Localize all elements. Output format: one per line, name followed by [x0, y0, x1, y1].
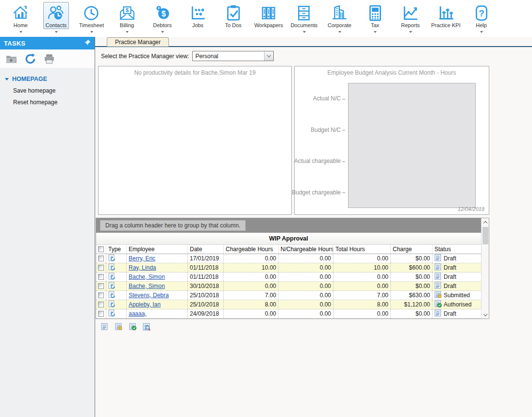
chart-plot-area [348, 83, 476, 208]
row-checkbox[interactable] [98, 292, 104, 298]
date-cell: 25/10/2018 [187, 291, 223, 300]
checkbox-cell [96, 282, 106, 291]
scrollbar-thumb[interactable] [482, 227, 488, 244]
wip-type-icon [108, 263, 116, 272]
row-checkbox[interactable] [98, 283, 104, 289]
toolbar-item-label: Corporate [328, 22, 351, 28]
chevron-down-icon[interactable] [409, 31, 412, 33]
table-row[interactable]: Bache, Simon01/11/20180.000.000.00$0.00D… [96, 273, 481, 282]
column-header-status[interactable]: Status [432, 245, 481, 254]
toolbar-item-tax[interactable]: Tax [357, 0, 393, 33]
column-header-charge[interactable]: Charge [390, 245, 432, 254]
wip-type-icon [108, 273, 116, 281]
status-cell: Authorised [432, 300, 481, 309]
table-row[interactable]: Appleby, Ian25/10/20188.000.008.00$1,120… [96, 300, 481, 309]
chevron-down-icon [483, 312, 487, 316]
chevron-down-icon[interactable] [55, 31, 58, 33]
authorised-icon [434, 300, 442, 309]
column-header-n-chargeable-hours[interactable]: N/Chargeable Hours [278, 245, 333, 254]
toolbar-item-contacts[interactable]: Contacts [38, 0, 74, 33]
chevron-down-icon[interactable] [19, 31, 22, 33]
toolbar-item-home[interactable]: Home [3, 0, 38, 33]
status-label: Draft [444, 310, 456, 317]
sidebar-item-reset-homepage[interactable]: Reset homepage [0, 94, 95, 106]
draft-icon [434, 273, 442, 281]
row-checkbox[interactable] [98, 274, 104, 280]
view-select[interactable]: Personal [192, 51, 274, 61]
authorised-action-button[interactable] [128, 322, 137, 332]
draft-action-button[interactable] [100, 322, 109, 332]
toolbar-item-documents[interactable]: Documents [286, 0, 322, 33]
wip-table-main: Drag a column header here to group by th… [96, 218, 481, 319]
row-checkbox[interactable] [98, 302, 104, 307]
row-checkbox[interactable] [98, 311, 104, 317]
row-checkbox[interactable] [98, 256, 104, 261]
toolbar-item-label: Documents [291, 22, 318, 28]
table-row[interactable]: Berry, Eric17/01/20190.000.000.00$0.00Dr… [96, 254, 481, 263]
table-row[interactable]: Stevens, Debra25/10/20187.000.007.00$630… [96, 291, 481, 300]
table-row[interactable]: Bache, Simon30/10/20180.000.000.00$0.00D… [96, 282, 481, 291]
total-hours-cell: 0.00 [333, 309, 390, 319]
chevron-down-icon[interactable] [90, 31, 93, 33]
toolbar-item-reports[interactable]: Reports [393, 0, 428, 33]
chevron-down-icon[interactable] [374, 31, 377, 33]
scroll-up-button[interactable] [482, 218, 489, 226]
toolbar-item-to-dos[interactable]: To Dos [216, 0, 251, 29]
employee-link[interactable]: aaaaa, [129, 310, 147, 317]
table-row[interactable]: Ray, Linda01/11/201810.000.0010.00$600.0… [96, 263, 481, 273]
review-action-button[interactable] [142, 322, 151, 332]
group-by-bar: Drag a column header here to group by th… [96, 218, 481, 233]
date-cell: 30/10/2018 [187, 282, 223, 291]
row-checkbox[interactable] [98, 265, 104, 271]
toolbar-item-billing[interactable]: $Billing [109, 0, 145, 33]
employee-link[interactable]: Stevens, Debra [129, 292, 169, 299]
scroll-down-button[interactable] [482, 311, 489, 319]
toolbar-item-label: Jobs [192, 22, 203, 28]
employee-link[interactable]: Berry, Eric [129, 255, 155, 262]
tab-practice-manager[interactable]: Practice Manager [107, 37, 169, 47]
chevron-down-icon[interactable] [480, 31, 483, 33]
view-selector-row: Select the Practice Manager view: Person… [95, 47, 532, 64]
chargeable-hours-cell: 0.00 [223, 282, 278, 291]
submitted-action-button[interactable] [114, 322, 123, 332]
print-icon[interactable] [44, 54, 55, 64]
svg-text:?: ? [479, 8, 484, 18]
toolbar-item-workpapers[interactable]: Workpapers [251, 0, 286, 29]
toolbar-item-jobs[interactable]: Jobs [180, 0, 216, 29]
employee-link[interactable]: Ray, Linda [129, 264, 156, 271]
chevron-down-icon[interactable] [303, 31, 306, 33]
employee-cell: Stevens, Debra [126, 291, 187, 300]
date-cell: 01/11/2018 [187, 273, 223, 282]
checkbox-cell [96, 263, 106, 273]
employee-link[interactable]: Bache, Simon [129, 273, 165, 280]
column-header-total-hours[interactable]: Total Hours [333, 245, 390, 254]
chevron-down-icon[interactable] [161, 31, 164, 33]
column-header-employee[interactable]: Employee [126, 245, 187, 254]
checkbox-cell [96, 291, 106, 300]
vertical-scrollbar[interactable] [481, 218, 489, 319]
charge-cell: $0.00 [390, 309, 432, 319]
refresh-icon[interactable] [25, 53, 36, 64]
toolbar-item-debtors[interactable]: $+Debtors [145, 0, 180, 33]
folder-icon[interactable] [6, 54, 17, 64]
sidebar-item-save-homepage[interactable]: Save homepage [0, 82, 95, 94]
chevron-down-icon[interactable] [338, 31, 341, 33]
column-header-chargeable-hours[interactable]: Chargeable Hours [223, 245, 278, 254]
chevron-down-icon[interactable] [126, 31, 129, 33]
employee-link[interactable]: Appleby, Ian [129, 301, 161, 308]
toolbar-item-help[interactable]: ?Help [464, 0, 499, 33]
sidebar-section-homepage[interactable]: HOMEPAGE [0, 76, 95, 82]
employee-link[interactable]: Bache, Simon [129, 283, 165, 289]
select-all-checkbox[interactable] [98, 246, 104, 252]
pin-icon[interactable] [84, 39, 91, 47]
view-select-button[interactable] [264, 51, 273, 61]
column-header-type[interactable]: Type [106, 245, 126, 254]
column-header-date[interactable]: Date [187, 245, 223, 254]
chart-category-label: Budget N/C [311, 127, 345, 133]
toolbar-item-corporate[interactable]: Corporate [322, 0, 357, 33]
toolbar-item-timesheet[interactable]: Timesheet [74, 0, 109, 33]
table-row[interactable]: aaaaa,24/09/20180.000.000.00$0.00Draft [96, 309, 481, 319]
status-label: Draft [444, 264, 456, 271]
toolbar-item-practice-kpi[interactable]: Practice KPI [428, 0, 464, 29]
toolbar-item-label: Tax [371, 22, 379, 28]
